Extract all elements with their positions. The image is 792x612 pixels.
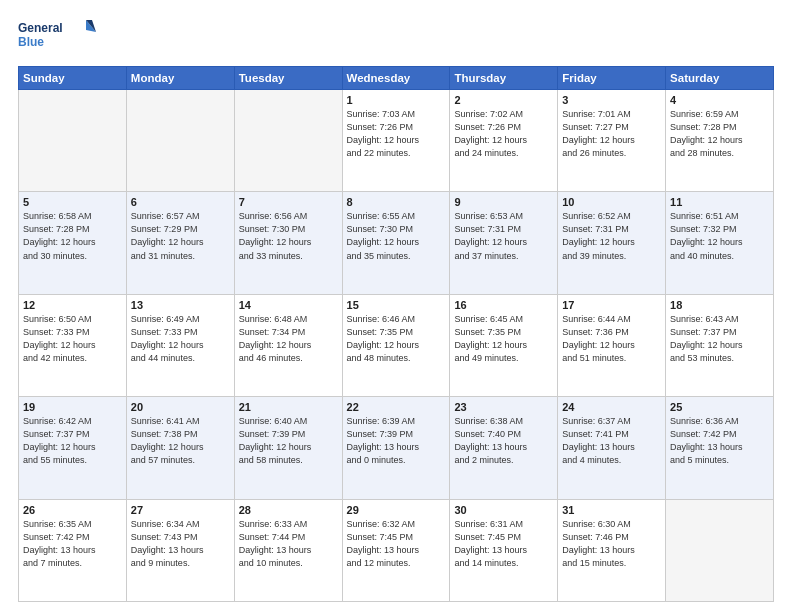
day-number: 7: [239, 196, 338, 208]
day-number: 14: [239, 299, 338, 311]
logo-svg: General Blue: [18, 18, 98, 56]
day-number: 2: [454, 94, 553, 106]
weekday-header-thursday: Thursday: [450, 67, 558, 90]
day-info: Sunrise: 6:41 AM Sunset: 7:38 PM Dayligh…: [131, 415, 230, 467]
calendar-cell: 1Sunrise: 7:03 AM Sunset: 7:26 PM Daylig…: [342, 90, 450, 192]
day-info: Sunrise: 6:57 AM Sunset: 7:29 PM Dayligh…: [131, 210, 230, 262]
day-info: Sunrise: 6:49 AM Sunset: 7:33 PM Dayligh…: [131, 313, 230, 365]
calendar-week-row: 26Sunrise: 6:35 AM Sunset: 7:42 PM Dayli…: [19, 499, 774, 601]
day-number: 16: [454, 299, 553, 311]
calendar-cell: 11Sunrise: 6:51 AM Sunset: 7:32 PM Dayli…: [666, 192, 774, 294]
day-number: 31: [562, 504, 661, 516]
day-number: 4: [670, 94, 769, 106]
calendar-cell: 21Sunrise: 6:40 AM Sunset: 7:39 PM Dayli…: [234, 397, 342, 499]
day-number: 26: [23, 504, 122, 516]
day-info: Sunrise: 6:59 AM Sunset: 7:28 PM Dayligh…: [670, 108, 769, 160]
day-number: 24: [562, 401, 661, 413]
calendar-cell: 4Sunrise: 6:59 AM Sunset: 7:28 PM Daylig…: [666, 90, 774, 192]
day-info: Sunrise: 7:02 AM Sunset: 7:26 PM Dayligh…: [454, 108, 553, 160]
day-info: Sunrise: 6:36 AM Sunset: 7:42 PM Dayligh…: [670, 415, 769, 467]
calendar-cell: 10Sunrise: 6:52 AM Sunset: 7:31 PM Dayli…: [558, 192, 666, 294]
calendar-cell: 16Sunrise: 6:45 AM Sunset: 7:35 PM Dayli…: [450, 294, 558, 396]
day-info: Sunrise: 6:50 AM Sunset: 7:33 PM Dayligh…: [23, 313, 122, 365]
calendar-cell: 18Sunrise: 6:43 AM Sunset: 7:37 PM Dayli…: [666, 294, 774, 396]
day-info: Sunrise: 6:52 AM Sunset: 7:31 PM Dayligh…: [562, 210, 661, 262]
calendar-cell: 31Sunrise: 6:30 AM Sunset: 7:46 PM Dayli…: [558, 499, 666, 601]
calendar-cell: 9Sunrise: 6:53 AM Sunset: 7:31 PM Daylig…: [450, 192, 558, 294]
calendar-cell: 17Sunrise: 6:44 AM Sunset: 7:36 PM Dayli…: [558, 294, 666, 396]
day-info: Sunrise: 6:48 AM Sunset: 7:34 PM Dayligh…: [239, 313, 338, 365]
calendar-cell: 8Sunrise: 6:55 AM Sunset: 7:30 PM Daylig…: [342, 192, 450, 294]
weekday-header-friday: Friday: [558, 67, 666, 90]
calendar-cell: 22Sunrise: 6:39 AM Sunset: 7:39 PM Dayli…: [342, 397, 450, 499]
day-info: Sunrise: 6:51 AM Sunset: 7:32 PM Dayligh…: [670, 210, 769, 262]
day-info: Sunrise: 6:45 AM Sunset: 7:35 PM Dayligh…: [454, 313, 553, 365]
calendar-cell: [234, 90, 342, 192]
day-number: 17: [562, 299, 661, 311]
calendar-cell: 7Sunrise: 6:56 AM Sunset: 7:30 PM Daylig…: [234, 192, 342, 294]
day-info: Sunrise: 6:33 AM Sunset: 7:44 PM Dayligh…: [239, 518, 338, 570]
calendar-cell: 6Sunrise: 6:57 AM Sunset: 7:29 PM Daylig…: [126, 192, 234, 294]
day-number: 9: [454, 196, 553, 208]
day-info: Sunrise: 6:30 AM Sunset: 7:46 PM Dayligh…: [562, 518, 661, 570]
calendar-cell: 27Sunrise: 6:34 AM Sunset: 7:43 PM Dayli…: [126, 499, 234, 601]
day-number: 22: [347, 401, 446, 413]
calendar-week-row: 1Sunrise: 7:03 AM Sunset: 7:26 PM Daylig…: [19, 90, 774, 192]
day-info: Sunrise: 7:03 AM Sunset: 7:26 PM Dayligh…: [347, 108, 446, 160]
weekday-header-sunday: Sunday: [19, 67, 127, 90]
day-info: Sunrise: 6:46 AM Sunset: 7:35 PM Dayligh…: [347, 313, 446, 365]
day-info: Sunrise: 6:44 AM Sunset: 7:36 PM Dayligh…: [562, 313, 661, 365]
day-info: Sunrise: 6:55 AM Sunset: 7:30 PM Dayligh…: [347, 210, 446, 262]
logo: General Blue: [18, 18, 98, 56]
day-number: 12: [23, 299, 122, 311]
day-number: 11: [670, 196, 769, 208]
day-number: 6: [131, 196, 230, 208]
day-info: Sunrise: 6:42 AM Sunset: 7:37 PM Dayligh…: [23, 415, 122, 467]
day-info: Sunrise: 6:35 AM Sunset: 7:42 PM Dayligh…: [23, 518, 122, 570]
day-number: 21: [239, 401, 338, 413]
day-number: 30: [454, 504, 553, 516]
day-info: Sunrise: 6:32 AM Sunset: 7:45 PM Dayligh…: [347, 518, 446, 570]
calendar-cell: 26Sunrise: 6:35 AM Sunset: 7:42 PM Dayli…: [19, 499, 127, 601]
day-info: Sunrise: 6:56 AM Sunset: 7:30 PM Dayligh…: [239, 210, 338, 262]
calendar-cell: 3Sunrise: 7:01 AM Sunset: 7:27 PM Daylig…: [558, 90, 666, 192]
calendar-table: SundayMondayTuesdayWednesdayThursdayFrid…: [18, 66, 774, 602]
day-number: 25: [670, 401, 769, 413]
day-number: 29: [347, 504, 446, 516]
svg-text:General: General: [18, 21, 63, 35]
calendar-cell: 23Sunrise: 6:38 AM Sunset: 7:40 PM Dayli…: [450, 397, 558, 499]
calendar-cell: 2Sunrise: 7:02 AM Sunset: 7:26 PM Daylig…: [450, 90, 558, 192]
calendar-cell: 14Sunrise: 6:48 AM Sunset: 7:34 PM Dayli…: [234, 294, 342, 396]
day-info: Sunrise: 6:40 AM Sunset: 7:39 PM Dayligh…: [239, 415, 338, 467]
day-number: 18: [670, 299, 769, 311]
day-number: 3: [562, 94, 661, 106]
day-number: 1: [347, 94, 446, 106]
weekday-header-wednesday: Wednesday: [342, 67, 450, 90]
day-info: Sunrise: 7:01 AM Sunset: 7:27 PM Dayligh…: [562, 108, 661, 160]
weekday-header-saturday: Saturday: [666, 67, 774, 90]
calendar-cell: 5Sunrise: 6:58 AM Sunset: 7:28 PM Daylig…: [19, 192, 127, 294]
calendar-cell: [666, 499, 774, 601]
day-number: 5: [23, 196, 122, 208]
calendar-cell: 25Sunrise: 6:36 AM Sunset: 7:42 PM Dayli…: [666, 397, 774, 499]
calendar-cell: 28Sunrise: 6:33 AM Sunset: 7:44 PM Dayli…: [234, 499, 342, 601]
calendar-cell: 30Sunrise: 6:31 AM Sunset: 7:45 PM Dayli…: [450, 499, 558, 601]
day-info: Sunrise: 6:31 AM Sunset: 7:45 PM Dayligh…: [454, 518, 553, 570]
day-number: 10: [562, 196, 661, 208]
calendar-cell: [19, 90, 127, 192]
day-info: Sunrise: 6:43 AM Sunset: 7:37 PM Dayligh…: [670, 313, 769, 365]
calendar-cell: 19Sunrise: 6:42 AM Sunset: 7:37 PM Dayli…: [19, 397, 127, 499]
calendar-week-row: 19Sunrise: 6:42 AM Sunset: 7:37 PM Dayli…: [19, 397, 774, 499]
calendar-week-row: 12Sunrise: 6:50 AM Sunset: 7:33 PM Dayli…: [19, 294, 774, 396]
day-info: Sunrise: 6:38 AM Sunset: 7:40 PM Dayligh…: [454, 415, 553, 467]
calendar-cell: 15Sunrise: 6:46 AM Sunset: 7:35 PM Dayli…: [342, 294, 450, 396]
page: General Blue SundayMondayTuesdayWednesda…: [0, 0, 792, 612]
svg-text:Blue: Blue: [18, 35, 44, 49]
day-number: 15: [347, 299, 446, 311]
day-info: Sunrise: 6:53 AM Sunset: 7:31 PM Dayligh…: [454, 210, 553, 262]
day-number: 8: [347, 196, 446, 208]
calendar-cell: [126, 90, 234, 192]
day-number: 13: [131, 299, 230, 311]
weekday-header-tuesday: Tuesday: [234, 67, 342, 90]
calendar-cell: 12Sunrise: 6:50 AM Sunset: 7:33 PM Dayli…: [19, 294, 127, 396]
